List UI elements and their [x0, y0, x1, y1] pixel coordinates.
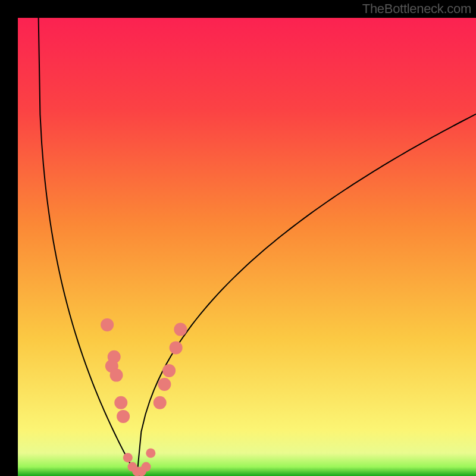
data-point — [142, 462, 151, 472]
data-point — [110, 369, 123, 382]
data-point — [101, 318, 114, 331]
chart-frame: TheBottleneck.com — [0, 0, 476, 476]
gradient-background — [18, 18, 476, 476]
data-point — [117, 410, 130, 423]
data-point — [162, 364, 176, 377]
data-point — [158, 378, 171, 391]
bottleneck-chart — [18, 18, 476, 476]
data-point — [174, 323, 187, 336]
data-point — [170, 341, 183, 354]
data-point — [123, 453, 133, 462]
watermark-text: TheBottleneck.com — [362, 1, 471, 17]
data-point — [146, 449, 155, 458]
data-point — [154, 396, 167, 409]
data-point — [114, 396, 127, 409]
